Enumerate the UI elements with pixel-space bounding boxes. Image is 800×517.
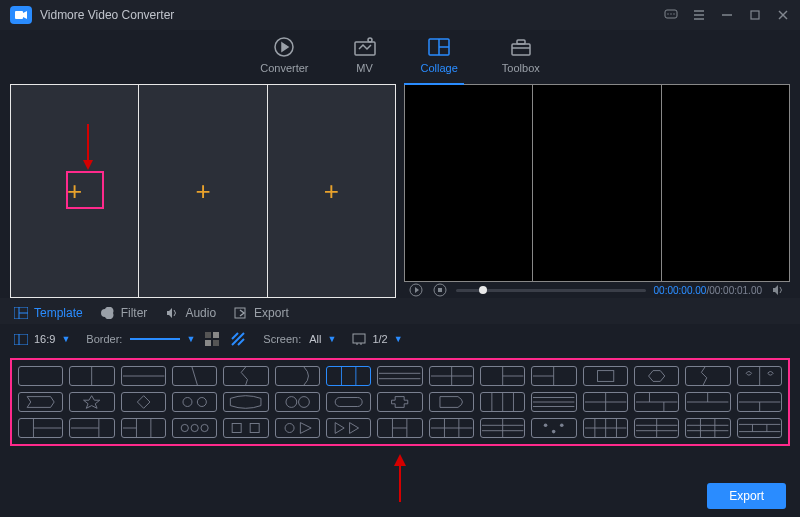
- subtab-audio[interactable]: Audio: [165, 306, 216, 320]
- template-item[interactable]: [429, 366, 474, 386]
- timeline-scrubber[interactable]: [456, 289, 646, 292]
- export-button[interactable]: Export: [707, 483, 786, 509]
- play-button[interactable]: [408, 282, 424, 298]
- close-button[interactable]: [776, 8, 790, 22]
- collage-cell-1[interactable]: +: [11, 85, 139, 297]
- template-item[interactable]: [531, 366, 576, 386]
- template-item-active[interactable]: [326, 366, 371, 386]
- template-item[interactable]: [377, 392, 422, 412]
- svg-point-100: [544, 424, 548, 428]
- template-item[interactable]: [583, 392, 628, 412]
- maximize-button[interactable]: [748, 8, 762, 22]
- template-item[interactable]: [634, 392, 679, 412]
- svg-point-4: [673, 13, 674, 14]
- chevron-down-icon: ▼: [328, 334, 337, 344]
- template-item[interactable]: [429, 392, 474, 412]
- tab-converter[interactable]: Converter: [260, 36, 308, 74]
- svg-rect-18: [512, 44, 530, 55]
- template-item[interactable]: [685, 418, 730, 438]
- template-item[interactable]: [685, 366, 730, 386]
- template-item[interactable]: [377, 366, 422, 386]
- tab-collage[interactable]: Collage: [421, 36, 458, 74]
- main-tabs: Converter MV Collage Toolbox: [0, 30, 800, 84]
- template-item[interactable]: [531, 418, 576, 438]
- template-item[interactable]: [634, 366, 679, 386]
- template-item[interactable]: [18, 392, 63, 412]
- preview-cell: [662, 85, 789, 281]
- template-item[interactable]: [737, 366, 782, 386]
- chevron-down-icon: ▼: [186, 334, 195, 344]
- svg-line-43: [192, 367, 197, 385]
- border-pattern-button[interactable]: [229, 330, 247, 348]
- svg-point-57: [183, 398, 192, 407]
- template-item[interactable]: [583, 366, 628, 386]
- svg-point-102: [552, 430, 556, 434]
- svg-point-86: [191, 424, 198, 431]
- zoom-dropdown[interactable]: 1/2 ▼: [352, 333, 402, 345]
- template-item[interactable]: [275, 366, 320, 386]
- template-item[interactable]: [121, 392, 166, 412]
- border-label: Border:: [86, 333, 122, 345]
- template-item[interactable]: [531, 392, 576, 412]
- template-item[interactable]: [223, 418, 268, 438]
- template-item[interactable]: [429, 418, 474, 438]
- template-item[interactable]: [121, 418, 166, 438]
- subtab-filter[interactable]: Filter: [101, 306, 148, 320]
- template-item[interactable]: [480, 392, 525, 412]
- template-item[interactable]: [634, 418, 679, 438]
- template-item[interactable]: [69, 418, 114, 438]
- preview-cell: [405, 85, 533, 281]
- subtab-template[interactable]: Template: [14, 306, 83, 320]
- template-item[interactable]: [172, 418, 217, 438]
- svg-rect-38: [353, 334, 365, 343]
- minimize-button[interactable]: [720, 8, 734, 22]
- border-style-dropdown[interactable]: ▼: [130, 334, 195, 344]
- template-item[interactable]: [377, 418, 422, 438]
- template-item[interactable]: [223, 366, 268, 386]
- template-item[interactable]: [18, 366, 63, 386]
- options-bar: 16:9 ▼ Border: ▼ Screen: All ▼ 1/2 ▼: [0, 324, 800, 356]
- template-item[interactable]: [480, 366, 525, 386]
- menu-icon[interactable]: [692, 8, 706, 22]
- template-item[interactable]: [583, 418, 628, 438]
- aspect-ratio-dropdown[interactable]: 16:9 ▼: [14, 333, 70, 345]
- template-item[interactable]: [275, 418, 320, 438]
- template-item[interactable]: [172, 392, 217, 412]
- svg-marker-55: [649, 371, 665, 382]
- svg-rect-13: [355, 42, 375, 55]
- template-item[interactable]: [326, 418, 371, 438]
- volume-button[interactable]: [770, 282, 786, 298]
- template-item[interactable]: [223, 392, 268, 412]
- titlebar: Vidmore Video Converter: [0, 0, 800, 30]
- template-item[interactable]: [69, 366, 114, 386]
- template-item[interactable]: [18, 418, 63, 438]
- template-item[interactable]: [480, 418, 525, 438]
- template-item[interactable]: [737, 418, 782, 438]
- svg-rect-88: [232, 424, 241, 433]
- collage-cell-2[interactable]: +: [139, 85, 267, 297]
- screen-dropdown[interactable]: All ▼: [309, 333, 336, 345]
- svg-rect-0: [15, 11, 23, 19]
- tab-toolbox[interactable]: Toolbox: [502, 36, 540, 74]
- tab-mv[interactable]: MV: [353, 36, 377, 74]
- template-item[interactable]: [172, 366, 217, 386]
- svg-rect-9: [751, 11, 759, 19]
- template-item[interactable]: [69, 392, 114, 412]
- collage-cell-3[interactable]: +: [268, 85, 395, 297]
- template-item[interactable]: [326, 392, 371, 412]
- svg-rect-89: [250, 424, 259, 433]
- sub-tabs: Template Filter Audio Export: [0, 298, 800, 324]
- feedback-icon[interactable]: [664, 8, 678, 22]
- template-item[interactable]: [121, 366, 166, 386]
- edit-panel: + + +: [10, 84, 396, 298]
- svg-point-87: [201, 424, 208, 431]
- template-item[interactable]: [685, 392, 730, 412]
- template-item[interactable]: [275, 392, 320, 412]
- subtab-export[interactable]: Export: [234, 306, 289, 320]
- screen-label: Screen:: [263, 333, 301, 345]
- template-item[interactable]: [737, 392, 782, 412]
- border-color-button[interactable]: [203, 330, 221, 348]
- svg-rect-19: [517, 40, 525, 44]
- add-icon: +: [324, 176, 339, 207]
- stop-button[interactable]: [432, 282, 448, 298]
